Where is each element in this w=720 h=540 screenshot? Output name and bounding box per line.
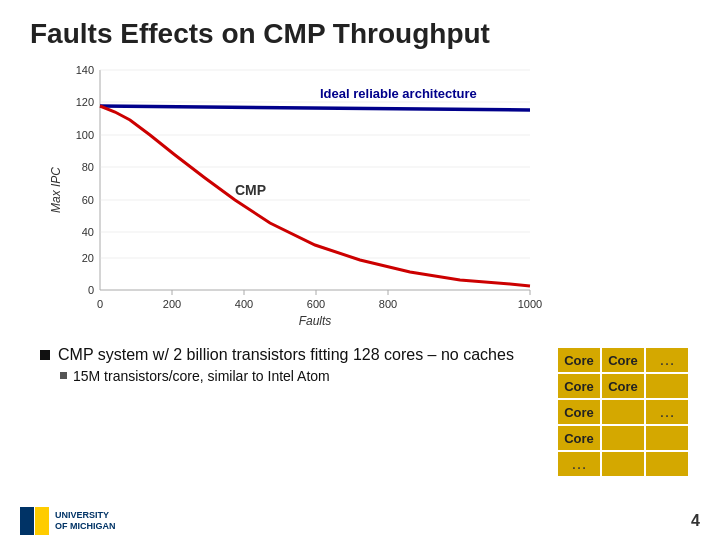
svg-text:20: 20 [82,252,94,264]
svg-text:Faults: Faults [299,314,332,328]
page-number: 4 [691,512,700,530]
svg-text:80: 80 [82,161,94,173]
bullet-icon [40,350,50,360]
core-cell-empty [601,451,645,477]
sub-bullet-icon [60,372,67,379]
sub-bullet-text: 15M transistors/core, similar to Intel A… [73,368,330,384]
core-cell-dots: … [645,399,689,425]
university-logo: UNIVERSITY OF MICHIGAN [20,507,116,535]
page-title: Faults Effects on CMP Throughput [30,18,690,50]
footer: UNIVERSITY OF MICHIGAN 4 [0,502,720,540]
chart-area: 140 120 100 80 60 40 20 0 0 200 400 600 … [50,60,550,340]
table-row: Core Core [557,373,689,399]
university-name: UNIVERSITY OF MICHIGAN [55,510,116,532]
sub-bullet: 15M transistors/core, similar to Intel A… [60,368,532,384]
core-cell-dots: … [645,347,689,373]
svg-text:Ideal reliable architecture: Ideal reliable architecture [320,86,477,101]
core-cell-empty [645,425,689,451]
core-cell: Core [601,347,645,373]
core-cell: Core [557,399,601,425]
svg-text:0: 0 [88,284,94,296]
core-cell: Core [557,425,601,451]
core-cell: Core [557,373,601,399]
core-cell-empty [645,373,689,399]
slide: Faults Effects on CMP Throughput 140 120… [0,0,720,540]
core-cell-empty [645,451,689,477]
core-cell: Core [601,373,645,399]
svg-text:120: 120 [76,96,94,108]
core-cell-dots: … [557,451,601,477]
core-cell-empty [601,399,645,425]
svg-text:140: 140 [76,64,94,76]
svg-text:100: 100 [76,129,94,141]
table-row: Core [557,425,689,451]
table-row: Core … [557,399,689,425]
table-row: Core Core … [557,347,689,373]
chart-svg: 140 120 100 80 60 40 20 0 0 200 400 600 … [50,60,550,340]
core-table: Core Core … Core Core Core … Core [556,346,690,478]
svg-text:400: 400 [235,298,253,310]
svg-text:0: 0 [97,298,103,310]
core-cell: Core [557,347,601,373]
svg-text:800: 800 [379,298,397,310]
svg-text:Max IPC: Max IPC [50,167,63,213]
bullet-section: CMP system w/ 2 billion transistors fitt… [40,346,690,478]
svg-text:60: 60 [82,194,94,206]
core-cell-empty [601,425,645,451]
svg-text:40: 40 [82,226,94,238]
svg-text:200: 200 [163,298,181,310]
svg-text:CMP: CMP [235,182,266,198]
svg-text:1000: 1000 [518,298,542,310]
logo-block-yellow [35,507,49,535]
table-row: … [557,451,689,477]
bullet-main: CMP system w/ 2 billion transistors fitt… [58,346,532,364]
logo-block-blue [20,507,34,535]
core-grid: Core Core … Core Core Core … Core [556,346,690,478]
svg-text:600: 600 [307,298,325,310]
